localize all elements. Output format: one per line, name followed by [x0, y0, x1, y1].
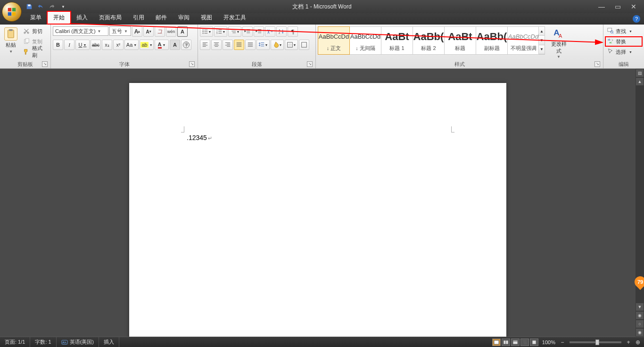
style-expand-icon[interactable]: ▼ [539, 45, 545, 54]
prev-page-icon[interactable]: ◉ [636, 312, 644, 319]
shrink-font-button[interactable]: A▾ [143, 26, 154, 37]
tab-view[interactable]: 视图 [195, 12, 218, 24]
tab-layout[interactable]: 页面布局 [93, 12, 127, 24]
style-item-2[interactable]: AaBt标题 1 [381, 26, 413, 55]
tab-home[interactable]: 开始 [47, 11, 71, 24]
distribute-button[interactable] [245, 40, 256, 50]
tabs-button[interactable] [299, 40, 309, 50]
next-page-icon[interactable]: ◉ [636, 329, 644, 336]
font-launcher-icon[interactable]: ↘ [189, 61, 195, 67]
zoom-slider[interactable] [570, 341, 621, 343]
status-language[interactable]: 英语(美国) [57, 337, 99, 347]
style-item-0[interactable]: AaBbCcDd↓ 正文 [318, 26, 350, 55]
borders-button[interactable]: ▼ [285, 40, 298, 50]
phonetic-guide-button[interactable]: wén [166, 26, 176, 37]
strikethrough-button[interactable]: abc [91, 40, 101, 50]
style-scroll-down-icon[interactable]: ▼ [539, 36, 545, 45]
cut-button[interactable]: 剪切 [21, 26, 49, 36]
ruler-toggle-icon[interactable]: ▤ [636, 69, 644, 77]
paste-button[interactable]: 粘贴 ▼ [2, 25, 20, 54]
document-area[interactable]: .12345 [0, 69, 636, 337]
highlight-button[interactable]: ab▼ [140, 40, 154, 50]
bullets-button[interactable]: ▼ [200, 26, 213, 37]
style-item-1[interactable]: AaBbCcDd↓ 无间隔 [349, 26, 381, 55]
format-painter-button[interactable]: 格式刷 [21, 47, 49, 57]
tab-mailings[interactable]: 邮件 [150, 12, 173, 24]
vertical-scrollbar[interactable]: ▤ ▲ 79 ▼ ◉ ○ ◉ [636, 69, 644, 337]
tab-developer[interactable]: 开发工具 [218, 12, 252, 24]
shading-button[interactable]: ▼ [271, 40, 284, 50]
increase-indent-button[interactable] [254, 26, 264, 37]
zoom-in-button[interactable]: + [625, 339, 632, 346]
minimize-button[interactable]: — [596, 3, 607, 10]
find-button[interactable]: 查找▼ [605, 26, 642, 36]
ltr-button[interactable] [265, 26, 275, 37]
char-border-button[interactable]: A [177, 26, 188, 37]
zoom-value[interactable]: 100% [542, 339, 555, 345]
document-page[interactable]: .12345 [129, 83, 506, 337]
change-case-button[interactable]: Aa▼ [124, 40, 139, 50]
view-draft-button[interactable] [530, 339, 538, 346]
maximize-button[interactable]: ▭ [612, 3, 623, 10]
qat-dropdown-icon[interactable]: ▼ [58, 2, 68, 11]
browse-object-icon[interactable]: ○ [636, 320, 644, 328]
save-icon[interactable] [25, 2, 34, 11]
align-justify-button[interactable] [234, 40, 244, 50]
select-button[interactable]: 选择▼ [605, 47, 642, 57]
help-icon[interactable]: ? [633, 15, 640, 23]
view-print-layout-button[interactable] [492, 339, 501, 346]
close-button[interactable]: ✕ [628, 3, 639, 10]
align-right-button[interactable] [223, 40, 233, 50]
grow-font-button[interactable]: A▴ [132, 26, 142, 37]
align-center-button[interactable] [211, 40, 222, 50]
line-spacing-button[interactable]: ▼ [256, 40, 270, 50]
style-item-4[interactable]: AaBt标题 [444, 26, 476, 55]
status-page[interactable]: 页面: 1/1 [0, 337, 30, 347]
tab-review[interactable]: 审阅 [173, 12, 195, 24]
undo-icon[interactable] [36, 2, 45, 11]
clear-format-button[interactable] [155, 26, 165, 37]
view-fullscreen-button[interactable] [502, 339, 510, 346]
change-styles-button[interactable]: AA 更改样式 ▼ [549, 25, 569, 59]
paragraph-launcher-icon[interactable]: ↘ [307, 61, 313, 67]
char-shading-button[interactable]: A [170, 40, 180, 50]
scroll-down-icon[interactable]: ▼ [636, 303, 644, 311]
tab-menu[interactable]: 菜单 [25, 12, 47, 24]
numbering-button[interactable]: 123▼ [214, 26, 227, 37]
underline-button[interactable]: U▼ [75, 40, 90, 50]
superscript-button[interactable]: x² [113, 40, 124, 50]
view-web-button[interactable] [511, 339, 520, 346]
style-item-6[interactable]: AaBbCcDd不明显强调 [507, 26, 539, 55]
redo-icon[interactable] [47, 2, 57, 11]
multilevel-button[interactable]: ▼ [228, 26, 241, 37]
replace-button[interactable]: abac替换 [605, 37, 642, 46]
clipboard-launcher-icon[interactable]: ↘ [42, 61, 48, 67]
enclose-char-button[interactable]: 字 [181, 40, 191, 50]
office-button[interactable] [2, 2, 22, 22]
font-color-button[interactable]: A▼ [155, 40, 169, 50]
style-item-5[interactable]: AaBb(副标题 [476, 26, 508, 55]
italic-button[interactable]: I [64, 40, 74, 50]
sort-button[interactable]: AZ [276, 26, 287, 37]
view-outline-button[interactable] [520, 339, 529, 346]
styles-launcher-icon[interactable]: ↘ [594, 61, 600, 67]
style-gallery-scroll[interactable]: ▲▼▼ [538, 26, 545, 55]
status-words[interactable]: 字数: 1 [30, 337, 56, 347]
document-text[interactable]: .12345 [187, 134, 212, 141]
copy-button[interactable]: 复制 [21, 37, 49, 46]
zoom-fit-button[interactable]: ⊕ [635, 339, 641, 346]
zoom-thumb[interactable] [595, 339, 599, 345]
tab-references[interactable]: 引用 [127, 12, 150, 24]
tab-insert[interactable]: 插入 [71, 12, 93, 24]
style-scroll-up-icon[interactable]: ▲ [539, 27, 545, 36]
decrease-indent-button[interactable] [242, 26, 253, 37]
status-mode[interactable]: 插入 [99, 337, 119, 347]
style-item-3[interactable]: AaBb(标题 2 [413, 26, 445, 55]
zoom-out-button[interactable]: − [559, 339, 566, 346]
subscript-button[interactable]: x₂ [102, 40, 112, 50]
font-name-combo[interactable]: Calibri (西文正文)▼ [53, 26, 108, 36]
bold-button[interactable]: B [53, 40, 63, 50]
show-marks-button[interactable]: ¶ [288, 26, 298, 37]
align-left-button[interactable] [200, 40, 210, 50]
styles-gallery[interactable]: AaBbCcDd↓ 正文AaBbCcDd↓ 无间隔AaBt标题 1AaBb(标题… [318, 25, 545, 55]
